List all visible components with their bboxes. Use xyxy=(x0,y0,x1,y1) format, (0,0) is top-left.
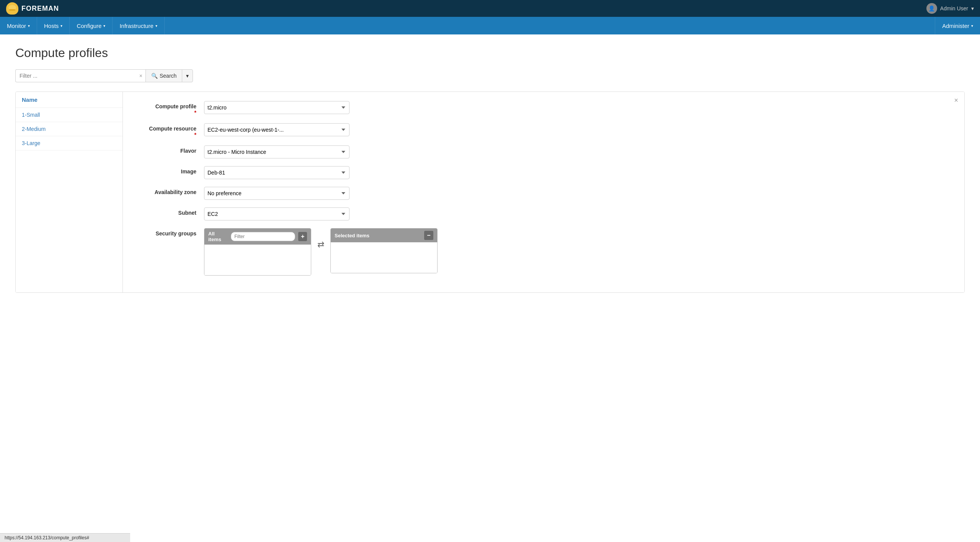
sidebar-header: Name xyxy=(16,92,122,108)
all-items-title: All items xyxy=(208,231,228,242)
required-star-1: * xyxy=(194,132,196,138)
filter-clear-icon[interactable]: × xyxy=(139,73,142,79)
logo-area[interactable]: FOREMAN xyxy=(6,2,59,15)
nav-administer[interactable]: Administer ▾ xyxy=(935,17,980,34)
all-items-body xyxy=(204,245,311,275)
nav-configure[interactable]: Configure ▾ xyxy=(70,17,113,34)
admin-user-label[interactable]: Admin User xyxy=(940,5,968,11)
label-security-groups: Security groups xyxy=(135,228,204,237)
selected-items-header: Selected items − xyxy=(331,229,437,242)
security-controls: All items + ⇄ Selected items xyxy=(204,228,952,276)
label-image: Image xyxy=(135,166,204,175)
page-content: Compute profiles × 🔍 Search ▾ Name 1-Sma… xyxy=(0,34,980,304)
top-bar-left: FOREMAN xyxy=(6,2,59,15)
all-items-filter[interactable] xyxy=(231,232,295,241)
nav-left: Monitor ▾ Hosts ▾ Configure ▾ Infrastruc… xyxy=(0,17,165,34)
close-button[interactable]: × xyxy=(954,96,958,104)
app-name: FOREMAN xyxy=(21,5,59,13)
search-button[interactable]: 🔍 Search xyxy=(145,69,182,82)
search-dropdown-toggle[interactable]: ▾ xyxy=(182,69,193,82)
all-items-box: All items + xyxy=(204,228,311,276)
form-row-security-groups: Security groups All items + ⇄ xyxy=(135,228,952,276)
main-layout: Name 1-Small 2-Medium 3-Large × Compute … xyxy=(15,91,965,293)
select-image[interactable]: Deb-81 xyxy=(204,166,350,179)
transfer-arrows: ⇄ xyxy=(317,228,324,250)
all-items-header: All items + xyxy=(204,229,311,245)
page-title: Compute profiles xyxy=(15,46,965,60)
administer-caret: ▾ xyxy=(971,24,973,28)
select-compute-resource[interactable]: EC2-eu-west-corp (eu-west-1-... xyxy=(204,123,350,136)
nav-monitor[interactable]: Monitor ▾ xyxy=(0,17,37,34)
remove-selected-button[interactable]: − xyxy=(424,231,433,240)
nav-infrastructure[interactable]: Infrastructure ▾ xyxy=(113,17,164,34)
sidebar-item-3large[interactable]: 3-Large xyxy=(16,136,122,150)
sidebar: Name 1-Small 2-Medium 3-Large xyxy=(16,92,123,292)
filter-input-wrap: × xyxy=(15,69,145,82)
wrap-flavor: t2.micro - Micro Instance xyxy=(204,145,350,158)
monitor-caret: ▾ xyxy=(28,24,30,28)
select-compute-profile[interactable]: t2.micro xyxy=(204,101,350,114)
nav-right: Administer ▾ xyxy=(935,17,980,34)
search-icon: 🔍 xyxy=(151,73,158,79)
selected-items-title: Selected items xyxy=(335,233,369,238)
form-row-flavor: Flavor t2.micro - Micro Instance xyxy=(135,145,952,158)
label-compute-resource: Compute resource * xyxy=(135,123,204,138)
sidebar-item-1small[interactable]: 1-Small xyxy=(16,108,122,122)
form-row-compute-resource: Compute resource * EC2-eu-west-corp (eu-… xyxy=(135,123,952,138)
wrap-availability-zone: No preference xyxy=(204,187,350,200)
foreman-logo xyxy=(6,2,18,15)
user-avatar: 👤 xyxy=(926,3,937,14)
label-subnet: Subnet xyxy=(135,207,204,216)
wrap-subnet: EC2 xyxy=(204,207,350,220)
add-all-button[interactable]: + xyxy=(298,232,307,241)
form-row-compute-profile: Compute profile * t2.micro xyxy=(135,101,952,116)
nav-hosts[interactable]: Hosts ▾ xyxy=(37,17,70,34)
select-subnet[interactable]: EC2 xyxy=(204,207,350,220)
wrap-compute-resource: EC2-eu-west-corp (eu-west-1-... xyxy=(204,123,350,136)
top-bar-right: 👤 Admin User ▾ xyxy=(926,3,974,14)
svg-rect-2 xyxy=(9,9,15,11)
required-star-0: * xyxy=(194,109,196,116)
sidebar-item-2medium[interactable]: 2-Medium xyxy=(16,122,122,136)
label-availability-zone: Availability zone xyxy=(135,187,204,195)
filter-row: × 🔍 Search ▾ xyxy=(15,69,965,82)
wrap-image: Deb-81 xyxy=(204,166,350,179)
wrap-compute-profile: t2.micro xyxy=(204,101,350,114)
nav-bar: Monitor ▾ Hosts ▾ Configure ▾ Infrastruc… xyxy=(0,17,980,34)
form-panel: × Compute profile * t2.micro Compute res… xyxy=(123,92,964,292)
admin-user-caret[interactable]: ▾ xyxy=(971,5,974,11)
form-row-subnet: Subnet EC2 xyxy=(135,207,952,220)
search-dropdown-caret: ▾ xyxy=(186,73,189,79)
selected-items-body xyxy=(331,242,437,273)
top-bar: FOREMAN 👤 Admin User ▾ xyxy=(0,0,980,17)
form-row-image: Image Deb-81 xyxy=(135,166,952,179)
configure-caret: ▾ xyxy=(103,24,105,28)
infrastructure-caret: ▾ xyxy=(155,24,157,28)
label-compute-profile: Compute profile * xyxy=(135,101,204,116)
filter-input[interactable] xyxy=(15,69,145,82)
label-flavor: Flavor xyxy=(135,145,204,154)
select-flavor[interactable]: t2.micro - Micro Instance xyxy=(204,145,350,158)
selected-items-box: Selected items − xyxy=(330,228,438,273)
hosts-caret: ▾ xyxy=(60,24,62,28)
form-row-availability-zone: Availability zone No preference xyxy=(135,187,952,200)
select-availability-zone[interactable]: No preference xyxy=(204,187,350,200)
transfer-right-icon[interactable]: ⇄ xyxy=(317,240,324,250)
